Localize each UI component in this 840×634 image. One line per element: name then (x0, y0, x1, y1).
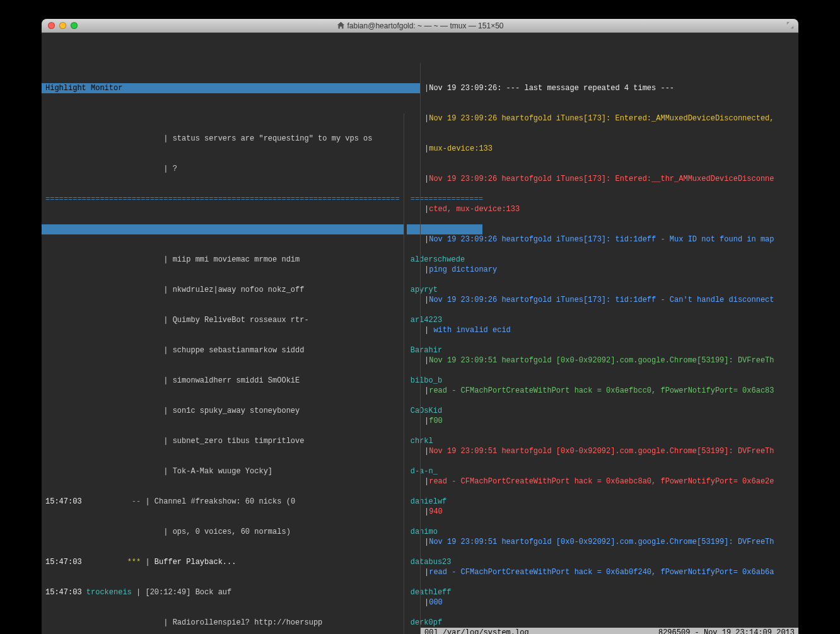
syslog-line: |Nov 19 23:09:26: --- last message repea… (421, 83, 798, 93)
terminal-content[interactable]: Highlight Monitor | status servers are "… (42, 33, 798, 634)
terminal-window: fabian@heartofgold: ~ — ~ — tmux — 151×5… (42, 19, 798, 634)
irc-pane[interactable]: Highlight Monitor | status servers are "… (42, 63, 420, 634)
divider: ========================================… (42, 194, 404, 204)
blank-highlight (42, 224, 404, 234)
highlight-header: Highlight Monitor (42, 83, 420, 93)
home-icon (337, 21, 345, 30)
window-title-text: fabian@heartofgold: ~ — ~ — tmux — 151×5… (347, 21, 504, 30)
tmux-top-panes: Highlight Monitor | status servers are "… (42, 63, 798, 634)
fullscreen-icon[interactable] (786, 21, 795, 30)
less-status-bar: 00] /var/log/system.log8296509 - Nov 19 … (421, 628, 798, 634)
status-line: | status servers are "requesting" to my … (42, 134, 404, 144)
right-panes[interactable]: |Nov 19 23:09:26: --- last message repea… (420, 63, 798, 634)
status-line: | ? (42, 164, 404, 174)
window-titlebar: fabian@heartofgold: ~ — ~ — tmux — 151×5… (42, 19, 798, 33)
window-title: fabian@heartofgold: ~ — ~ — tmux — 151×5… (42, 21, 798, 31)
